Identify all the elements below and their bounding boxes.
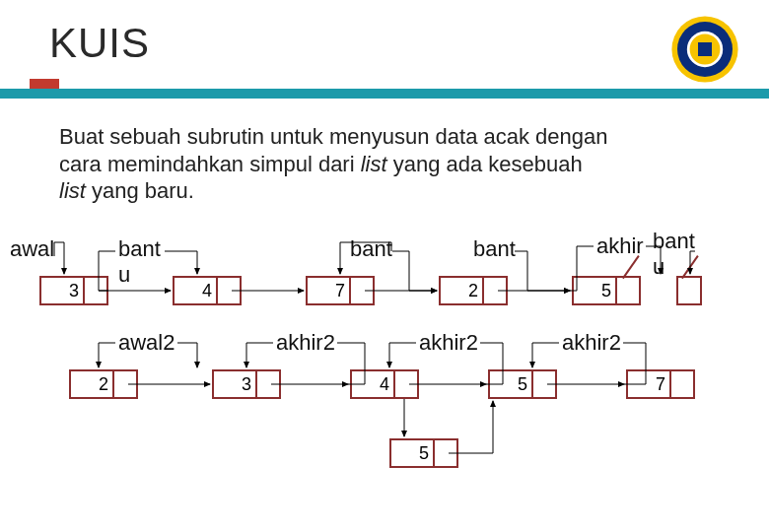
node-r2-5: 7: [626, 369, 695, 399]
label-akhir2-b: akhir2: [419, 330, 478, 356]
label-bantu-2: bant: [350, 236, 392, 262]
label-awal: awal: [10, 236, 54, 262]
label-bantu-4: bant u: [653, 229, 695, 280]
node-r2-4: 5: [488, 369, 557, 399]
node-r2-1: 2: [69, 369, 138, 399]
node-value: 2: [99, 374, 108, 395]
node-extra: 5: [389, 438, 458, 468]
node-value: 4: [380, 374, 389, 395]
label-awal2: awal2: [118, 330, 175, 356]
label-akhir2-c: akhir2: [562, 330, 621, 356]
label-bantu-3: bant: [473, 236, 516, 262]
node-value: 4: [202, 281, 212, 301]
node-r1-end: [676, 276, 702, 305]
node-value: 3: [69, 281, 79, 301]
node-value: 7: [656, 374, 665, 395]
node-r1-3: 7: [306, 276, 375, 305]
node-value: 3: [242, 374, 251, 395]
node-r2-2: 3: [212, 369, 281, 399]
node-value: 5: [518, 374, 527, 395]
node-value: 7: [335, 281, 345, 301]
node-r1-2: 4: [173, 276, 242, 305]
node-r2-3: 4: [350, 369, 419, 399]
node-r1-1: 3: [39, 276, 108, 305]
node-value: 5: [601, 281, 611, 301]
node-r1-4: 2: [439, 276, 508, 305]
linked-list-diagram: awal bant u bant bant akhir bant u 3 4 7…: [0, 0, 769, 532]
node-r1-5: 5: [572, 276, 641, 305]
node-value: 2: [468, 281, 478, 301]
node-value: 5: [419, 443, 429, 464]
label-akhir2-a: akhir2: [276, 330, 335, 356]
label-bantu-1: bant u: [118, 236, 161, 288]
